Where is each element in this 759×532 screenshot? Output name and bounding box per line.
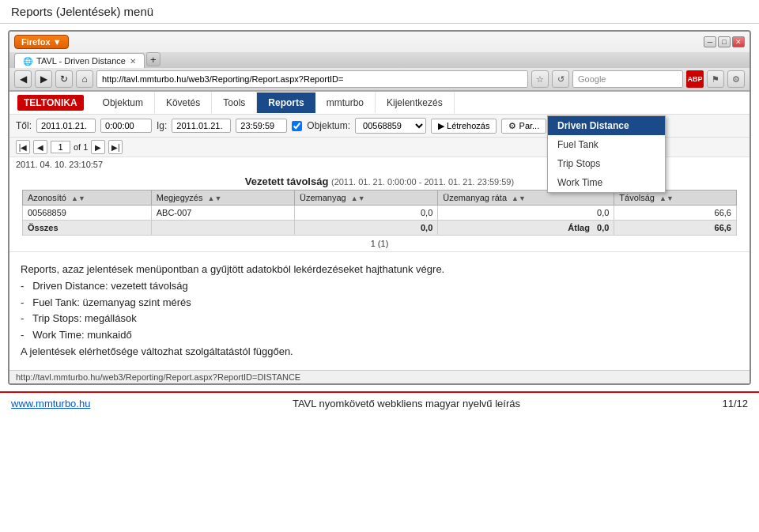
browser-icon-2: ⚙ (727, 70, 745, 88)
nav-tools[interactable]: Tools (212, 92, 257, 113)
col-uzemanyag[interactable]: Üzemanyag ▲▼ (295, 191, 438, 206)
address-input[interactable] (96, 70, 528, 88)
col-azonosito[interactable]: Azonosító ▲▼ (23, 191, 152, 206)
col-megjegyzes[interactable]: Megjegyzés ▲▼ (151, 191, 294, 206)
search-input[interactable] (572, 70, 683, 88)
first-page-button[interactable]: |◀ (16, 140, 30, 154)
footer-page: 11/12 (722, 398, 748, 409)
dropdown-item-work-time[interactable]: Work Time (548, 173, 665, 192)
new-tab-button[interactable]: + (146, 52, 160, 66)
total-row: Összes 0,0 Átlag 0,0 66,6 (23, 221, 737, 236)
description-section: Reports, azaz jelentések menüpontban a g… (9, 251, 750, 370)
tab-title: TAVL - Driven Distance (36, 56, 126, 66)
back-button[interactable]: ◀ (14, 70, 32, 88)
cell-tavolsag: 66,6 (614, 206, 737, 221)
nav-user: mmturbo (315, 92, 376, 113)
description-item-4: - Work Time: munkaidő (21, 327, 738, 344)
description-item-3: - Trip Stops: megállások (21, 311, 738, 327)
report-main-title: Vezetett távolság (245, 175, 329, 187)
firefox-button[interactable]: Firefox ▼ (14, 35, 69, 49)
close-button[interactable]: ✕ (732, 36, 745, 47)
address-bar: ◀ ▶ ↻ ⌂ ☆ ↺ ABP ⚑ ⚙ (9, 68, 750, 91)
refresh-button[interactable]: ↻ (55, 70, 73, 88)
sort-icon-azonosito: ▲▼ (71, 194, 85, 202)
cell-azonosito: 00568859 (23, 206, 152, 221)
report-date-range: (2011. 01. 21. 0:00:00 - 2011. 01. 21. 2… (331, 177, 514, 187)
objektum-label: Objektum: (307, 120, 350, 131)
cell-total-tavolsag: 66,6 (614, 221, 737, 236)
report-table-container: Azonosító ▲▼ Megjegyzés ▲▼ Üzemanyag ▲▼ (9, 190, 750, 236)
dropdown-arrow-icon: ▼ (53, 37, 62, 47)
params-button[interactable]: ⚙ Par... (501, 119, 546, 134)
letrehozas-button[interactable]: ▶ Létrehozás (431, 119, 497, 134)
page-count: 1 (1) (9, 236, 750, 251)
nav-kovetes[interactable]: Követés (155, 92, 212, 113)
sort-icon-tavolsag: ▲▼ (659, 194, 674, 202)
description-item-2: - Fuel Tank: üzemanyag szint mérés (21, 295, 738, 311)
footer-url: www.mmturbo.hu (11, 398, 90, 409)
objektum-select[interactable]: 00568859 (355, 118, 426, 134)
browser-icon-1: ⚑ (707, 70, 724, 88)
window-controls: ─ □ ✕ (704, 36, 745, 47)
page-number-input[interactable] (51, 141, 70, 153)
last-page-button[interactable]: ▶| (108, 140, 123, 154)
description-intro: Reports, azaz jelentések menüpontban a g… (21, 262, 738, 278)
tol-label: Től: (16, 120, 32, 131)
dropdown-item-trip-stops[interactable]: Trip Stops (548, 154, 665, 173)
minimize-button[interactable]: ─ (704, 36, 716, 47)
sort-icon-uzemanyag-rata: ▲▼ (512, 194, 526, 202)
reload-icon[interactable]: ↺ (552, 70, 569, 88)
browser-chrome: Firefox ▼ ─ □ ✕ 🌐 TAVL - Driven Distance… (9, 32, 750, 92)
app-navbar: TELTONIKA Objektum Követés Tools Reports… (9, 92, 750, 115)
nav-objektum[interactable]: Objektum (92, 92, 155, 113)
app-logo: TELTONIKA (9, 92, 92, 114)
sort-icon-megjegyzes: ▲▼ (208, 194, 222, 202)
page-title-text: Reports (Jelentések) menü (11, 5, 153, 18)
firefox-label: Firefox (21, 37, 51, 47)
description-footer-note: A jelentések elérhetősége változhat szol… (21, 344, 738, 360)
forward-button[interactable]: ▶ (35, 70, 52, 88)
browser-window: Firefox ▼ ─ □ ✕ 🌐 TAVL - Driven Distance… (8, 30, 751, 385)
app-nav-items: Objektum Követés Tools Reports mmturbo K… (92, 92, 750, 113)
statusbar-url: http://tavl.mmturbo.hu/web3/Reporting/Re… (16, 372, 300, 382)
dropdown-item-driven-distance[interactable]: Driven Distance (548, 116, 665, 135)
description-item-1: - Driven Distance: vezetett távolság (21, 278, 738, 295)
sort-icon-uzemanyag: ▲▼ (351, 194, 365, 202)
star-icon[interactable]: ☆ (531, 70, 549, 88)
page-of-label: of 1 (74, 142, 88, 152)
cell-megjegyzes: ABC-007 (151, 206, 294, 221)
cell-osszes: Összes (23, 221, 152, 236)
cell-total-empty (151, 221, 294, 236)
cell-uzemanyag: 0,0 (295, 206, 438, 221)
tol-time-input[interactable] (100, 119, 152, 133)
home-button[interactable]: ⌂ (76, 70, 93, 88)
tab-bar: 🌐 TAVL - Driven Distance ✕ + (9, 52, 750, 68)
reports-dropdown: Driven Distance Fuel Tank Trip Stops Wor… (547, 115, 666, 193)
cell-uzemanyag-rata: 0,0 (438, 206, 614, 221)
objektum-checkbox[interactable] (292, 121, 302, 131)
play-icon: ▶ (438, 121, 444, 131)
cell-total-uzemanyag: 0,0 (295, 221, 438, 236)
teltonika-logo: TELTONIKA (17, 95, 84, 111)
abp-icon[interactable]: ABP (686, 70, 704, 88)
footer-description: TAVL nyomkövető webkliens magyar nyelvű … (293, 398, 520, 409)
tab-close-icon[interactable]: ✕ (130, 57, 136, 66)
nav-logout[interactable]: Kijelentkezés (376, 92, 455, 113)
browser-statusbar: http://tavl.mmturbo.hu/web3/Reporting/Re… (9, 370, 750, 383)
tol-date-input[interactable] (36, 119, 96, 133)
nav-reports[interactable]: Reports (257, 92, 315, 113)
ig-time-input[interactable] (236, 119, 287, 133)
params-icon: ⚙ (508, 121, 516, 130)
prev-page-button[interactable]: ◀ (33, 140, 47, 154)
page-title: Reports (Jelentések) menü (0, 0, 759, 24)
ig-date-input[interactable] (172, 119, 231, 133)
active-tab[interactable]: 🌐 TAVL - Driven Distance ✕ (14, 53, 145, 68)
maximize-button[interactable]: □ (718, 36, 731, 47)
cell-atlag: Átlag 0,0 (438, 221, 614, 236)
web-app-content: TELTONIKA Objektum Követés Tools Reports… (9, 92, 750, 383)
dropdown-item-fuel-tank[interactable]: Fuel Tank (548, 135, 665, 154)
page-footer: www.mmturbo.hu TAVL nyomkövető webkliens… (0, 391, 759, 414)
report-table: Azonosító ▲▼ Megjegyzés ▲▼ Üzemanyag ▲▼ (22, 190, 737, 236)
next-page-button[interactable]: ▶ (91, 140, 105, 154)
browser-titlebar: Firefox ▼ ─ □ ✕ (9, 32, 750, 52)
